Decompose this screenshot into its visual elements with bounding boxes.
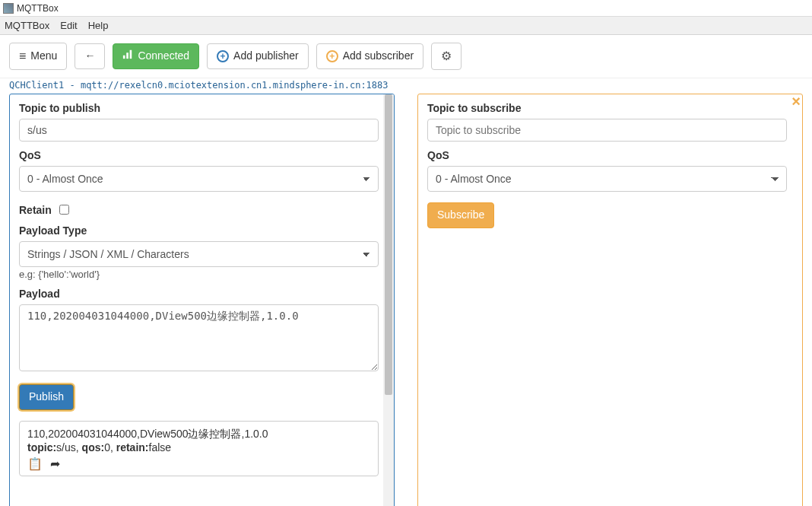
publish-button[interactable]: Publish [19, 384, 74, 410]
payload-label: Payload [19, 288, 379, 300]
add-publisher-label: Add publisher [233, 49, 299, 64]
menubar-item-mqttbox[interactable]: MQTTBox [5, 20, 49, 31]
subscribe-button[interactable]: Subscribe [427, 202, 494, 228]
menu-button-label: Menu [30, 49, 57, 64]
add-subscriber-label: Add subscriber [343, 49, 414, 64]
signal-icon [122, 49, 133, 64]
arrow-left-icon: ← [84, 49, 95, 64]
topic-to-publish-label: Topic to publish [19, 102, 379, 114]
gear-icon: ⚙ [441, 48, 452, 65]
connected-button[interactable]: Connected [113, 43, 199, 69]
window-title: MQTTBox [17, 3, 59, 14]
svg-rect-0 [123, 56, 125, 59]
published-message-body: 110,202004031044000,DView500边缘控制器,1.0.0 [27, 428, 370, 441]
add-subscriber-button[interactable]: + Add subscriber [316, 43, 423, 69]
menubar-item-help[interactable]: Help [88, 20, 109, 31]
qos-select[interactable]: 0 - Almost Once [427, 166, 787, 192]
menubar-item-edit[interactable]: Edit [60, 20, 77, 31]
panels-row: × Topic to publish QoS 0 - Almost Once R… [0, 91, 812, 506]
qos-select[interactable]: 0 - Almost Once [19, 166, 379, 192]
payload-type-select[interactable]: Strings / JSON / XML / Characters [19, 241, 379, 267]
published-message-meta: topic:s/us, qos:0, retain:false [27, 441, 370, 453]
qos-label: QoS [427, 149, 787, 161]
published-message: 110,202004031044000,DView500边缘控制器,1.0.0 … [19, 421, 379, 476]
topic-to-publish-input[interactable] [19, 119, 379, 142]
add-publisher-button[interactable]: + Add publisher [207, 43, 309, 69]
publisher-panel: × Topic to publish QoS 0 - Almost Once R… [9, 94, 395, 506]
plus-circle-icon: + [217, 50, 229, 62]
svg-rect-2 [130, 50, 132, 59]
svg-rect-1 [127, 53, 129, 59]
back-button[interactable]: ← [75, 43, 105, 69]
retain-checkbox[interactable] [59, 205, 69, 215]
republish-icon[interactable]: ➦ [50, 457, 60, 471]
scrollbar[interactable] [383, 94, 394, 506]
settings-button[interactable]: ⚙ [431, 43, 462, 70]
connection-string: QCHClient1 - mqtt://rexelcn0.mciotextens… [0, 78, 812, 91]
subscriber-panel: × Topic to subscribe QoS 0 - Almost Once… [417, 94, 803, 506]
payload-type-help: e.g: {'hello':'world'} [19, 269, 379, 280]
topic-to-subscribe-input[interactable] [427, 119, 787, 142]
toolbar: Menu ← Connected + Add publisher + Add s… [0, 35, 812, 78]
topic-to-subscribe-label: Topic to subscribe [427, 102, 787, 114]
close-icon[interactable]: × [791, 94, 801, 110]
payload-type-label: Payload Type [19, 224, 379, 237]
plus-circle-icon: + [326, 50, 338, 62]
connected-label: Connected [138, 49, 189, 64]
window-titlebar: MQTTBox [0, 0, 812, 17]
menu-button[interactable]: Menu [9, 43, 67, 70]
scrollbar-thumb[interactable] [385, 94, 392, 395]
retain-label: Retain [19, 204, 52, 216]
hamburger-icon [19, 48, 26, 65]
app-menubar: MQTTBox Edit Help [0, 17, 812, 35]
payload-textarea[interactable]: 110,202004031044000,DView500边缘控制器,1.0.0 [19, 304, 379, 371]
qos-label: QoS [19, 149, 379, 161]
copy-icon[interactable]: 📋 [27, 457, 43, 471]
app-icon [3, 3, 14, 14]
